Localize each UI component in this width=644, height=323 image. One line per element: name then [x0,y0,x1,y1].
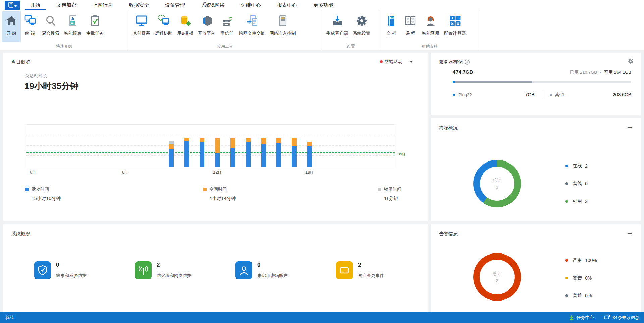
activity-legend: 活动时间 15小时10分钟 空闲时间 4小时14分钟 锁屏时间 11分钟 [3,186,428,206]
ribbon-group-label: 快速开始 [0,44,128,49]
selector-label: 终端活动 [385,59,402,65]
activity-type-selector[interactable]: 终端活动 [380,59,413,65]
idle-segment [292,138,297,146]
legend-locked-time: 锁屏时间 11分钟 [378,186,401,202]
ribbon-item-docs[interactable]: 文 档 [382,11,401,42]
menu-tabs: 开始 文档加密 上网行为 数据安全 设备管理 系统&网络 运维中心 报表中心 更… [22,0,341,10]
legend-normal: 普通 0% [565,292,597,299]
ribbon-item-remote-assist[interactable]: 远程协助 [153,11,175,42]
info-icon[interactable] [465,60,470,65]
ribbon-item-search[interactable]: 聚合搜索 [40,11,62,42]
ribbon-item-client-download[interactable]: 生成客户端 [324,11,351,42]
available-dot [565,200,568,203]
remote-assist-icon [157,13,170,29]
x-tick-18H: 18H [305,170,313,175]
ribbon-item-zero-trust[interactable]: 零信任 [218,11,236,42]
activity-chart-plot [26,124,395,167]
active-segment [292,146,297,167]
status-ready: 就绪 [5,315,14,321]
ribbon-item-config-calculator[interactable]: 配置计算器 [442,11,468,42]
ribbon-group-help-support: 文 档 课 程 智能客服 配置计算器 帮助支持 [380,10,480,50]
chart-bar-hour-18 [307,142,312,167]
ribbon-item-library-template[interactable]: 库&模板 [175,11,196,42]
ribbon-item-approval-task[interactable]: 审批任务 [84,11,106,42]
alert-info-card: 告警信息 → 总计 2 严重 100% 警告 0% 普通 0% [431,224,641,312]
legend-offline: 离线 0 [565,180,588,187]
tab-more-features[interactable]: 更多功能 [309,0,337,10]
arrow-right-icon[interactable]: → [626,228,633,236]
tab-report-center[interactable]: 报表中心 [273,0,301,10]
tab-ops-center[interactable]: 运维中心 [237,0,265,10]
selector-dot [380,60,383,63]
tab-start[interactable]: 开始 [26,0,44,10]
firewall-signal-icon [135,261,152,279]
ribbon-item-smart-report[interactable]: 智能报表 [62,11,84,42]
active-segment [246,142,251,167]
tab-web-behavior[interactable]: 上网行为 [89,0,117,10]
terminals-icon [24,13,37,29]
password-account-icon [235,261,252,279]
legend-critical: 严重 100% [565,257,597,264]
ribbon-item-course[interactable]: 课 程 [401,11,420,42]
ribbon-item-start[interactable]: 开 始 [2,11,21,42]
course-book-icon [404,13,417,29]
chart-bar-hour-13 [230,138,235,167]
dashboard: 今日概览 终端活动 总活动时长 19小时35分钟 avg 0H6H12H18H … [0,50,644,312]
storage-total: 474.7GB [453,69,473,75]
ribbon-group-label: 帮助支持 [380,44,480,49]
idle-segment [200,138,204,142]
live-screen-icon [135,13,148,29]
x-axis-ticks: 0H6H12H18H [26,170,395,175]
card-title: 系统概况 [11,231,30,237]
tab-data-security[interactable]: 数据安全 [125,0,153,10]
task-center-button[interactable]: 任务中心 [569,315,594,321]
ribbon-item-file-exchange[interactable]: 跨网文件交换 [236,11,267,42]
ribbon-item-system-settings[interactable]: 系统设置 [351,11,373,42]
ribbon-spacer [480,10,644,50]
chart-bar-hour-9 [169,141,174,167]
ribbon-group-label: 常用工具 [128,44,322,49]
tab-device-mgmt[interactable]: 设备管理 [161,0,189,10]
unread-messages-button[interactable]: 34条未读信息 [604,315,639,321]
active-segment [230,148,235,167]
system-item-virus-protection: 0 病毒和威胁防护 [34,261,135,279]
active-segment [215,153,220,167]
idle-segment [169,144,174,149]
chart-bar-hour-11 [200,138,204,167]
card-title: 服务器存储 [439,59,470,65]
legend-idle-time: 空闲时间 4小时14分钟 [203,186,236,202]
terminal-legend: 在线 2 离线 0 可用 3 [565,162,588,216]
tab-doc-encrypt[interactable]: 文档加密 [52,0,80,10]
active-swatch [25,188,29,191]
config-calculator-icon [449,13,462,29]
tab-system-network[interactable]: 系统&网络 [197,0,229,10]
system-overview-card: 系统概况 0 病毒和威胁防护 2 防火墙和网络防护 [3,224,428,312]
ribbon-item-live-screen[interactable]: 实时屏幕 [130,11,153,42]
arrow-right-icon[interactable]: → [626,122,633,130]
ribbon-item-network-access[interactable]: 网络准入控制 [267,11,298,42]
chart-bar-hour-15 [261,138,266,167]
chart-bar-hour-14 [246,138,251,167]
ribbon-item-open-platform[interactable]: 开放平台 [196,11,218,42]
idle-segment [215,138,220,153]
offline-dot [565,182,568,185]
storage-free: 可用 264.1GB [604,69,631,75]
storage-usage-bar [453,81,631,83]
x-tick-0H: 0H [30,170,36,175]
ribbon-group-label: 设置 [322,44,380,49]
ribbon-item-terminals[interactable]: 终 端 [21,11,40,42]
idle-segment [276,138,281,143]
support-agent-icon [424,13,437,29]
storage-settings-gear-icon[interactable] [628,58,634,66]
ribbon-item-support[interactable]: 智能客服 [420,11,442,42]
app-menu-caret-icon [14,2,17,8]
terminal-donut-chart: 总计 5 [473,160,521,207]
storage-item-other: 其他 203.6GB [550,92,632,98]
tab-bar: 开始 文档加密 上网行为 数据安全 设备管理 系统&网络 运维中心 报表中心 更… [0,0,644,10]
chart-bar-hour-10 [184,138,189,167]
card-title: 终端概况 [439,125,458,131]
ribbon: 开 始 终 端 聚合搜索 智能报表 [0,10,644,50]
client-download-icon [331,13,344,29]
app-menu-button[interactable] [5,1,20,10]
active-segment [184,141,189,167]
